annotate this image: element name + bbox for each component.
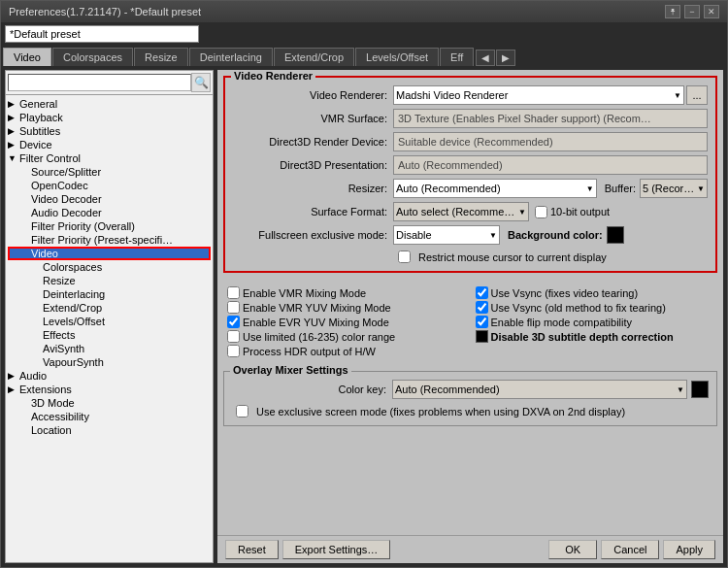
sidebar-item-avisynth[interactable]: AviSynth [8, 342, 211, 355]
renderer-combo-wrap: Madshi Video Renderer ▼ ... [393, 85, 708, 105]
sidebar-item-source-splitter[interactable]: Source/Splitter [8, 165, 211, 179]
sidebar-item-filter-control[interactable]: ▼ Filter Control [8, 151, 211, 165]
sidebar-item-label: Filter Control [19, 152, 81, 164]
sidebar-item-extensions[interactable]: ▶ Extensions [8, 383, 211, 396]
sidebar-item-filter-priority-preset[interactable]: Filter Priority (Preset-specifi… [8, 233, 211, 247]
surface-value: Auto select (Recomme… [396, 206, 518, 217]
buffer-label: Buffer: [605, 183, 636, 194]
cancel-button[interactable]: Cancel [601, 540, 659, 559]
disable-3d-item: Disable 3D subtitle depth correction [476, 330, 714, 343]
titlebar: Preferences(1.7.21147) - *Default preset… [1, 1, 727, 22]
sidebar-item-resize[interactable]: Resize [8, 274, 211, 287]
tenbit-checkbox[interactable] [535, 206, 547, 218]
toggle-icon: ▶ [8, 113, 19, 122]
sidebar-item-3d-mode[interactable]: 3D Mode [8, 396, 211, 410]
vmr-mixing-checkbox[interactable] [227, 286, 240, 299]
sidebar-item-label: General [19, 98, 57, 110]
tab-resize[interactable]: Resize [134, 48, 188, 66]
evr-yuv-checkbox[interactable] [227, 316, 240, 328]
video-panel: Video Renderer Video Renderer: Madshi Vi… [217, 70, 723, 535]
sidebar-item-video[interactable]: Video [8, 247, 211, 260]
flip-mode-item: Enable flip mode compatibility [476, 316, 714, 328]
search-icon[interactable]: 🔍 [191, 73, 211, 92]
resizer-label: Resizer: [233, 183, 393, 194]
sidebar-item-label: OpenCodec [31, 180, 88, 191]
export-button[interactable]: Export Settings… [282, 540, 391, 559]
buffer-value: 5 (Recor… [643, 183, 697, 194]
sidebar-item-location[interactable]: Location [8, 423, 211, 437]
sidebar-item-audio-decoder[interactable]: Audio Decoder [8, 206, 211, 219]
apply-button[interactable]: Apply [663, 540, 715, 559]
tab-extend-crop[interactable]: Extend/Crop [274, 48, 354, 66]
sidebar-item-label: Extensions [19, 384, 72, 395]
sidebar-item-colorspaces[interactable]: Colorspaces [8, 260, 211, 274]
sidebar-item-label: Location [31, 424, 72, 436]
sidebar-item-audio[interactable]: ▶ Audio [8, 369, 211, 383]
color-key-value: Auto (Recommended) [395, 384, 677, 395]
tab-scroll-right[interactable]: ▶ [496, 50, 515, 66]
vsync-old-checkbox[interactable] [476, 301, 488, 314]
sidebar-item-extend-crop[interactable]: Extend/Crop [8, 301, 211, 315]
sidebar: 🔍 ▶ General ▶ Playback ▶ Subtitles [5, 70, 214, 563]
buffer-dropdown-icon: ▼ [697, 184, 705, 193]
sidebar-item-filter-priority-overall[interactable]: Filter Priority (Overall) [8, 219, 211, 233]
video-renderer-group: Video Renderer Video Renderer: Madshi Vi… [223, 76, 717, 273]
ok-button[interactable]: OK [548, 540, 597, 559]
exclusive-checkbox[interactable] [236, 405, 248, 418]
sidebar-item-effects[interactable]: Effects [8, 328, 211, 342]
pin-button[interactable]: 🖈 [665, 5, 680, 18]
resizer-row: Resizer: Auto (Recommended) ▼ Buffer: 5 … [233, 179, 708, 198]
vsync-checkbox[interactable] [476, 286, 488, 299]
preset-select[interactable]: *Default preset [5, 25, 199, 43]
color-key-swatch[interactable] [691, 381, 709, 398]
limited-color-item: Use limited (16-235) color range [227, 330, 466, 343]
sidebar-item-device[interactable]: ▶ Device [8, 138, 211, 151]
sidebar-item-levels-offset[interactable]: Levels/Offset [8, 315, 211, 328]
d3d-render-value: Suitable device (Recommended) [393, 132, 708, 151]
tab-colorspaces[interactable]: Colorspaces [52, 48, 133, 66]
process-hdr-checkbox[interactable] [227, 345, 240, 357]
renderer-dots-button[interactable]: ... [686, 85, 708, 105]
tab-scroll-left[interactable]: ◀ [476, 50, 495, 66]
sidebar-item-accessibility[interactable]: Accessibility [8, 410, 211, 423]
main-window: Preferences(1.7.21147) - *Default preset… [0, 0, 728, 568]
surface-label: Surface Format: [233, 206, 393, 217]
sidebar-item-vapoursynth[interactable]: VapourSynth [8, 355, 211, 369]
tab-deinterlacing[interactable]: Deinterlacing [189, 48, 273, 66]
vmr-yuv-checkbox[interactable] [227, 301, 240, 314]
sidebar-item-playback[interactable]: ▶ Playback [8, 111, 211, 124]
search-input[interactable] [8, 74, 191, 91]
minimize-button[interactable]: − [684, 5, 700, 18]
limited-color-label: Use limited (16-235) color range [243, 331, 395, 343]
vsync-old-item: Use Vsync (old method to fix tearing) [476, 301, 714, 314]
toggle-icon: ▼ [8, 153, 19, 163]
restrict-checkbox[interactable] [398, 251, 411, 263]
bg-color-swatch[interactable] [607, 226, 624, 244]
sidebar-item-video-decoder[interactable]: Video Decoder [8, 192, 211, 206]
sidebar-item-deinterlacing[interactable]: Deinterlacing [8, 287, 211, 301]
disable-3d-checkbox[interactable] [476, 330, 488, 343]
flip-mode-checkbox[interactable] [476, 316, 488, 328]
tab-levels-offset[interactable]: Levels/Offset [355, 48, 439, 66]
sidebar-item-label: Accessibility [31, 411, 89, 422]
overlay-group-label: Overlay Mixer Settings [230, 364, 351, 376]
vmr-yuv-label: Enable VMR YUV Mixing Mode [243, 302, 391, 314]
tab-video[interactable]: Video [3, 48, 51, 66]
sidebar-item-label: VapourSynth [43, 356, 104, 368]
d3d-present-label: Direct3D Presentation: [233, 159, 393, 171]
sidebar-item-subtitles[interactable]: ▶ Subtitles [8, 124, 211, 138]
sidebar-search-area: 🔍 [6, 71, 213, 95]
close-button[interactable]: ✕ [704, 5, 719, 18]
sidebar-item-label: Filter Priority (Overall) [31, 220, 135, 232]
checkboxes-area: Enable VMR Mixing Mode Use Vsync (fixes … [223, 279, 717, 365]
bottom-bar: Reset Export Settings… OK Cancel Apply [217, 535, 723, 563]
tabs-row: Video Colorspaces Resize Deinterlacing E… [1, 46, 727, 66]
limited-color-checkbox[interactable] [227, 330, 240, 343]
sidebar-item-general[interactable]: ▶ General [8, 97, 211, 111]
reset-button[interactable]: Reset [225, 540, 279, 559]
tab-eff[interactable]: Eff [440, 48, 474, 66]
sidebar-item-opencodec[interactable]: OpenCodec [8, 179, 211, 192]
vmr-yuv-item: Enable VMR YUV Mixing Mode [227, 301, 466, 314]
sidebar-item-label: Device [19, 139, 52, 150]
bg-color-label: Background color: [508, 229, 603, 241]
